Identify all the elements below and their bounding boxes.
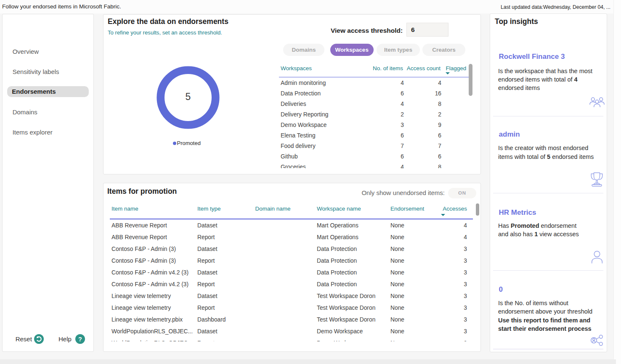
svg-text:?: ? [78,336,82,343]
